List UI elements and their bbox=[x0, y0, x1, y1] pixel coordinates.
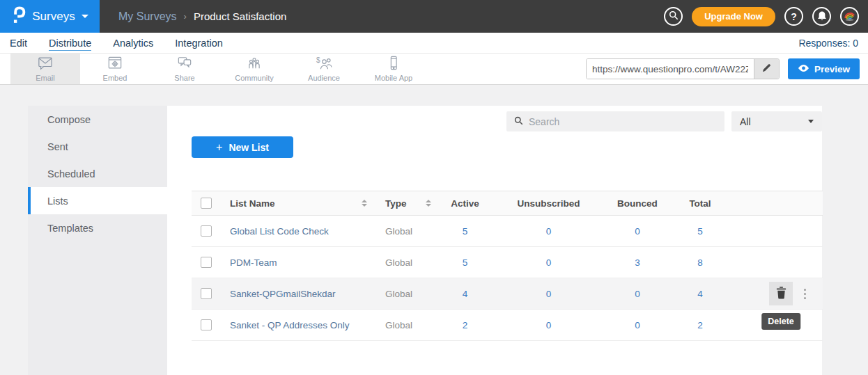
breadcrumb-my-surveys[interactable]: My Surveys bbox=[118, 10, 177, 23]
channel-mobile-app[interactable]: Mobile App bbox=[359, 54, 428, 84]
row-checkbox[interactable] bbox=[201, 257, 212, 268]
notifications-button[interactable] bbox=[812, 7, 831, 26]
bounced-count[interactable]: 0 bbox=[635, 320, 640, 330]
tab-edit[interactable]: Edit bbox=[10, 38, 27, 49]
total-count[interactable]: 2 bbox=[697, 320, 703, 330]
new-list-button[interactable]: + New List bbox=[192, 136, 293, 158]
active-count[interactable]: 4 bbox=[463, 289, 468, 299]
plus-icon: + bbox=[216, 141, 222, 154]
tab-integration[interactable]: Integration bbox=[175, 38, 223, 49]
table-row[interactable]: Sanket-QPGmailShekdar Global 4 0 0 4 bbox=[192, 278, 823, 310]
surveys-app-menu[interactable]: Surveys bbox=[0, 0, 100, 33]
active-count[interactable]: 5 bbox=[463, 226, 468, 237]
table-row[interactable]: Sanket - QP Addresses Only Global 2 0 0 … bbox=[192, 310, 823, 341]
list-type: Global bbox=[385, 320, 412, 330]
audience-icon: $ bbox=[316, 56, 332, 73]
tab-distribute[interactable]: Distribute bbox=[49, 38, 91, 49]
sidebar-item-compose[interactable]: Compose bbox=[28, 106, 167, 133]
channel-audience[interactable]: $ Audience bbox=[289, 54, 359, 84]
column-type: Type bbox=[385, 198, 407, 209]
app-menu-label: Surveys bbox=[32, 10, 75, 24]
bounced-count[interactable]: 3 bbox=[635, 257, 640, 268]
survey-url-field bbox=[586, 58, 780, 79]
list-name-link[interactable]: Global List Code Check bbox=[230, 226, 329, 237]
column-total: Total bbox=[672, 198, 728, 209]
lists-table: List Name Type Active Unsubscribed Bounc… bbox=[192, 191, 823, 341]
preview-button[interactable]: Preview bbox=[788, 58, 860, 79]
list-type: Global bbox=[385, 226, 412, 237]
channel-email[interactable]: Email bbox=[10, 54, 80, 84]
upgrade-button[interactable]: Upgrade Now bbox=[692, 7, 775, 26]
table-header-row: List Name Type Active Unsubscribed Bounc… bbox=[192, 191, 823, 216]
delete-list-button[interactable] bbox=[769, 282, 793, 305]
channel-embed[interactable]: Embed bbox=[80, 54, 150, 84]
avatar-gauge-icon bbox=[843, 10, 856, 24]
total-count[interactable]: 5 bbox=[697, 226, 703, 237]
delete-tooltip: Delete bbox=[761, 313, 800, 330]
table-row[interactable]: PDM-Team Global 5 0 3 8 bbox=[192, 247, 823, 278]
table-row[interactable]: Global List Code Check Global 5 0 0 5 bbox=[192, 216, 823, 247]
breadcrumb: My Surveys › Product Satisfaction bbox=[118, 10, 286, 23]
sort-icon[interactable] bbox=[426, 200, 431, 207]
eye-icon bbox=[798, 64, 809, 74]
header-actions: Upgrade Now ? bbox=[664, 7, 868, 26]
help-button[interactable]: ? bbox=[784, 7, 803, 26]
active-count[interactable]: 5 bbox=[463, 257, 468, 268]
survey-url-input[interactable] bbox=[587, 59, 754, 79]
row-menu-button[interactable] bbox=[803, 286, 807, 302]
sidebar-item-lists[interactable]: Lists bbox=[28, 187, 167, 214]
distribute-sidebar: Compose Sent Scheduled Lists Templates bbox=[28, 106, 167, 375]
list-search-box bbox=[506, 111, 724, 131]
list-name-link[interactable]: PDM-Team bbox=[230, 257, 277, 268]
table-body: Global List Code Check Global 5 0 0 5 bbox=[192, 216, 823, 341]
unsubscribed-count[interactable]: 0 bbox=[546, 320, 552, 330]
search-button[interactable] bbox=[664, 7, 683, 26]
email-icon bbox=[37, 56, 54, 73]
search-icon bbox=[514, 115, 523, 128]
row-checkbox[interactable] bbox=[201, 319, 212, 330]
mobile-app-icon bbox=[386, 56, 401, 73]
chevron-down-icon bbox=[82, 15, 88, 18]
account-avatar[interactable] bbox=[840, 7, 859, 26]
chevron-down-icon bbox=[808, 120, 814, 123]
pencil-icon bbox=[761, 63, 772, 76]
list-filter-dropdown[interactable]: All bbox=[731, 111, 822, 131]
sidebar-item-templates[interactable]: Templates bbox=[28, 214, 167, 241]
unsubscribed-count[interactable]: 0 bbox=[546, 226, 552, 237]
bounced-count[interactable]: 0 bbox=[635, 226, 640, 237]
breadcrumb-separator: › bbox=[184, 11, 187, 22]
embed-icon bbox=[107, 56, 123, 73]
tab-analytics[interactable]: Analytics bbox=[113, 38, 153, 49]
select-all-checkbox[interactable] bbox=[201, 198, 212, 209]
column-unsubscribed: Unsubscribed bbox=[495, 198, 603, 209]
channel-community[interactable]: Community bbox=[219, 54, 289, 84]
edit-url-button[interactable] bbox=[754, 59, 779, 79]
lists-panel: All + New List List Name Type Active Uns bbox=[167, 106, 822, 375]
list-name-link[interactable]: Sanket-QPGmailShekdar bbox=[230, 289, 336, 299]
list-type: Global bbox=[385, 289, 412, 299]
row-checkbox[interactable] bbox=[201, 288, 212, 299]
bounced-count[interactable]: 0 bbox=[635, 289, 640, 299]
community-icon bbox=[247, 56, 262, 73]
filter-value: All bbox=[740, 116, 751, 127]
channel-share[interactable]: Share bbox=[150, 54, 219, 84]
unsubscribed-count[interactable]: 0 bbox=[546, 289, 552, 299]
active-count[interactable]: 2 bbox=[463, 320, 468, 330]
sidebar-item-scheduled[interactable]: Scheduled bbox=[28, 160, 167, 187]
share-icon bbox=[177, 56, 192, 73]
row-checkbox[interactable] bbox=[201, 225, 212, 237]
channel-toolbar: Email Embed Share bbox=[0, 53, 868, 85]
total-count[interactable]: 8 bbox=[697, 257, 703, 268]
sort-icon[interactable] bbox=[362, 200, 367, 207]
questionpro-logo-icon bbox=[11, 6, 26, 27]
search-input[interactable] bbox=[529, 116, 717, 127]
sidebar-item-sent[interactable]: Sent bbox=[28, 133, 167, 160]
bell-icon bbox=[817, 10, 827, 23]
column-bounced: Bounced bbox=[603, 198, 672, 209]
content-area: Compose Sent Scheduled Lists Templates A… bbox=[28, 106, 822, 375]
responses-count: Responses: 0 bbox=[798, 38, 868, 49]
list-type: Global bbox=[385, 257, 412, 268]
total-count[interactable]: 4 bbox=[697, 289, 703, 299]
unsubscribed-count[interactable]: 0 bbox=[546, 257, 552, 268]
list-name-link[interactable]: Sanket - QP Addresses Only bbox=[230, 320, 350, 330]
